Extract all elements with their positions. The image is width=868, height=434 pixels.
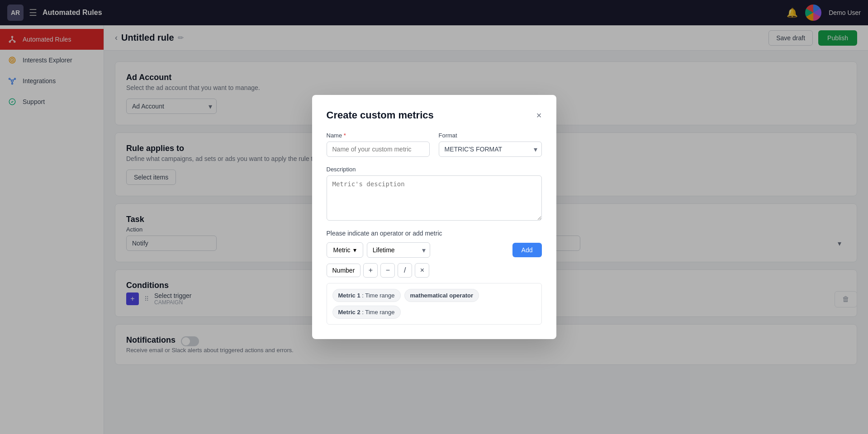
- divide-tool-button[interactable]: /: [398, 263, 412, 278]
- format-field: Format METRIC'S FORMAT Number Percentage…: [439, 132, 542, 157]
- metric-row: Metric ▾ Lifetime Daily Weekly Add: [327, 242, 542, 258]
- metric-tags-area: Metric 1 : Time range mathematical opera…: [327, 283, 542, 325]
- create-custom-metrics-modal: Create custom metrics × Name * Format ME…: [312, 95, 556, 339]
- description-textarea[interactable]: [327, 175, 542, 221]
- format-select[interactable]: METRIC'S FORMAT Number Percentage Curren…: [439, 142, 542, 157]
- tag-key-1: Metric 1: [338, 292, 360, 299]
- minus-tool-button[interactable]: −: [380, 263, 395, 278]
- add-metric-button[interactable]: Add: [512, 243, 542, 257]
- operator-tools-row: Number + − / ×: [327, 263, 542, 278]
- required-mark: *: [344, 132, 346, 139]
- metric-tag-2: Metric 2 : Time range: [332, 306, 401, 319]
- operator-label: Please indicate an operator or add metri…: [327, 230, 542, 237]
- tag-value-2: : Time range: [362, 309, 394, 316]
- modal-name-format-row: Name * Format METRIC'S FORMAT Number Per…: [327, 132, 542, 157]
- name-label: Name *: [327, 132, 430, 139]
- tag-key-operator: mathematical operator: [410, 292, 473, 299]
- modal-overlay: Create custom metrics × Name * Format ME…: [0, 0, 868, 434]
- description-label: Description: [327, 166, 542, 173]
- metric-tag-1: Metric 1 : Time range: [332, 289, 401, 302]
- modal-title: Create custom metrics: [327, 109, 434, 121]
- metric-tag-operator: mathematical operator: [404, 289, 479, 302]
- chevron-down-icon: ▾: [353, 246, 356, 254]
- tag-key-2: Metric 2: [338, 309, 360, 316]
- description-field: Description: [327, 166, 542, 221]
- name-input[interactable]: [327, 142, 430, 157]
- name-field: Name *: [327, 132, 430, 157]
- lifetime-select[interactable]: Lifetime Daily Weekly: [367, 242, 430, 258]
- format-select-wrapper: METRIC'S FORMAT Number Percentage Curren…: [439, 142, 542, 157]
- lifetime-select-wrapper: Lifetime Daily Weekly: [367, 242, 430, 258]
- metric-dropdown-button[interactable]: Metric ▾: [327, 242, 363, 258]
- metric-label: Metric: [333, 246, 351, 254]
- operator-section: Please indicate an operator or add metri…: [327, 230, 542, 325]
- tag-value-1: : Time range: [362, 292, 394, 299]
- number-badge: Number: [327, 264, 361, 277]
- format-label: Format: [439, 132, 542, 139]
- modal-header: Create custom metrics ×: [327, 109, 542, 121]
- modal-close-button[interactable]: ×: [536, 110, 542, 121]
- close-tool-button[interactable]: ×: [415, 263, 429, 278]
- plus-tool-button[interactable]: +: [363, 263, 378, 278]
